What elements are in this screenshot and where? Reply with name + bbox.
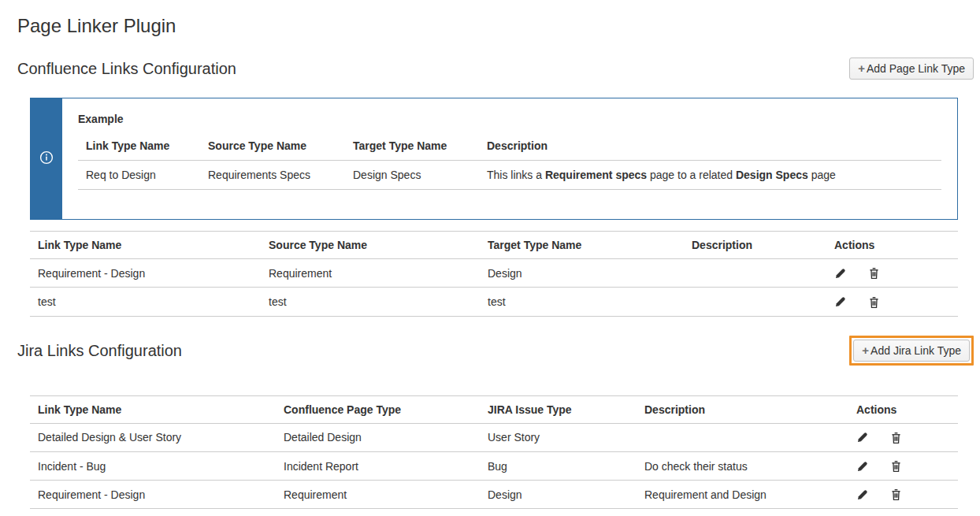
cell-link-type-name: test — [30, 288, 261, 316]
jira-links-table: Link Type Name Confluence Page Type JIRA… — [30, 395, 958, 510]
pencil-icon — [834, 270, 846, 282]
trash-icon — [868, 299, 880, 311]
confluence-section-heading: Confluence Links Configuration — [17, 58, 236, 79]
info-panel-strip — [31, 98, 62, 219]
add-jira-link-type-label: Add Jira Link Type — [870, 343, 961, 358]
cell-actions — [848, 451, 958, 480]
page-linker-plugin-page: Page Linker Plugin Confluence Links Conf… — [0, 0, 980, 509]
pencil-icon — [856, 434, 868, 446]
example-col-target-type-name: Target Type Name — [345, 132, 479, 161]
col-confluence-page-type: Confluence Page Type — [276, 395, 480, 423]
cell-actions — [826, 259, 958, 288]
description-text: page to a related — [647, 169, 736, 181]
confluence-table-header-row: Link Type Name Source Type Name Target T… — [30, 232, 958, 259]
col-link-type-name: Link Type Name — [30, 232, 261, 259]
cell-confluence-page-type: Incident Report — [276, 451, 480, 480]
delete-action-button[interactable] — [890, 488, 902, 501]
example-description: This links a Requirement specs page to a… — [479, 161, 941, 190]
col-source-type-name: Source Type Name — [261, 232, 480, 259]
trash-icon — [890, 492, 902, 503]
cell-actions — [826, 288, 958, 316]
example-table: Link Type Name Source Type Name Target T… — [78, 132, 941, 190]
cell-jira-issue-type: Design — [480, 481, 637, 509]
cell-actions — [848, 481, 958, 509]
jira-table-header-row: Link Type Name Confluence Page Type JIRA… — [30, 395, 958, 423]
col-description: Description — [684, 232, 826, 259]
col-link-type-name: Link Type Name — [30, 395, 276, 423]
table-row: Incident - Bug Incident Report Bug Do ch… — [30, 451, 958, 480]
cell-link-type-name: Requirement - Design — [30, 259, 261, 288]
add-page-link-type-label: Add Page Link Type — [867, 61, 965, 76]
table-row: Requirement - Design Requirement Design — [30, 259, 958, 288]
cell-description — [637, 423, 848, 451]
example-target-type-name: Design Specs — [345, 161, 479, 190]
cell-description — [684, 259, 826, 288]
annotation-highlight: + Add Jira Link Type — [849, 336, 974, 366]
cell-description: Do check their status — [637, 451, 848, 480]
col-actions: Actions — [826, 232, 958, 259]
example-info-panel: Example Link Type Name Source Type Name … — [30, 98, 958, 220]
plus-icon: + — [862, 343, 869, 358]
description-text-bold: Design Specs — [736, 169, 808, 181]
edit-action-button[interactable] — [856, 489, 868, 501]
cell-source-type-name: test — [261, 288, 480, 316]
col-actions: Actions — [848, 395, 958, 423]
example-table-header-row: Link Type Name Source Type Name Target T… — [78, 132, 941, 161]
col-jira-issue-type: JIRA Issue Type — [480, 395, 637, 423]
cell-jira-issue-type: User Story — [480, 423, 637, 451]
example-col-source-type-name: Source Type Name — [200, 132, 345, 161]
cell-description — [684, 288, 826, 316]
confluence-links-table: Link Type Name Source Type Name Target T… — [30, 231, 958, 317]
trash-icon — [890, 435, 902, 447]
pencil-icon — [834, 299, 846, 310]
edit-action-button[interactable] — [834, 296, 846, 308]
edit-action-button[interactable] — [856, 461, 868, 473]
add-jira-link-type-button[interactable]: + Add Jira Link Type — [853, 340, 970, 362]
table-row: test test test — [30, 288, 958, 316]
page-title: Page Linker Plugin — [17, 14, 974, 38]
cell-link-type-name: Incident - Bug — [30, 451, 276, 480]
example-col-link-type-name: Link Type Name — [78, 132, 200, 161]
cell-link-type-name: Requirement - Design — [30, 481, 276, 509]
cell-target-type-name: test — [480, 288, 684, 316]
col-description: Description — [637, 395, 848, 423]
example-source-type-name: Requirements Specs — [200, 161, 345, 190]
example-col-description: Description — [479, 132, 941, 161]
table-row: Detailed Design & User Story Detailed De… — [30, 423, 958, 451]
plus-icon: + — [858, 61, 865, 76]
delete-action-button[interactable] — [868, 267, 880, 280]
cell-link-type-name: Detailed Design & User Story — [30, 423, 276, 451]
cell-actions — [848, 423, 958, 451]
delete-action-button[interactable] — [890, 460, 902, 473]
info-icon — [39, 150, 54, 167]
trash-icon — [890, 463, 902, 475]
delete-action-button[interactable] — [868, 296, 880, 309]
cell-target-type-name: Design — [480, 259, 684, 288]
pencil-icon — [856, 492, 868, 503]
description-text: This links a — [487, 169, 545, 181]
cell-confluence-page-type: Detailed Design — [276, 423, 480, 451]
description-text: page — [808, 169, 836, 181]
edit-action-button[interactable] — [856, 432, 868, 444]
add-page-link-type-button[interactable]: + Add Page Link Type — [849, 58, 974, 80]
col-target-type-name: Target Type Name — [480, 232, 684, 259]
delete-action-button[interactable] — [890, 432, 902, 444]
example-heading: Example — [78, 113, 941, 125]
edit-action-button[interactable] — [834, 268, 846, 280]
cell-jira-issue-type: Bug — [480, 451, 637, 480]
pencil-icon — [856, 463, 868, 475]
cell-description: Requirement and Design — [637, 481, 848, 509]
description-text-bold: Requirement specs — [545, 169, 647, 181]
trash-icon — [868, 270, 880, 282]
confluence-section-header: Confluence Links Configuration + Add Pag… — [17, 55, 974, 82]
example-link-type-name: Req to Design — [78, 161, 200, 190]
cell-source-type-name: Requirement — [261, 259, 480, 288]
table-row: Requirement - Design Requirement Design … — [30, 481, 958, 509]
example-table-row: Req to Design Requirements Specs Design … — [78, 161, 941, 190]
info-panel-content: Example Link Type Name Source Type Name … — [62, 98, 957, 219]
jira-section-heading: Jira Links Configuration — [17, 340, 182, 361]
jira-section-header: Jira Links Configuration + Add Jira Link… — [17, 336, 974, 366]
cell-confluence-page-type: Requirement — [276, 481, 480, 509]
